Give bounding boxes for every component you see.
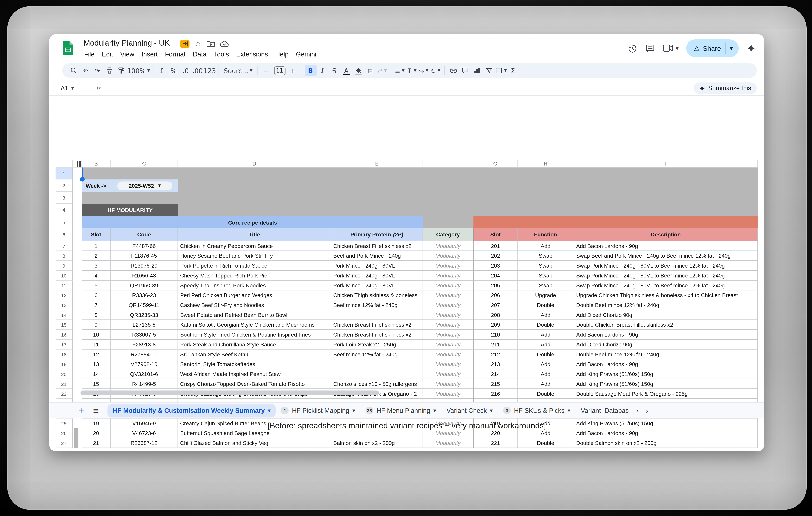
menu-tools[interactable]: Tools <box>210 49 233 60</box>
sheet-tab-hf-skus-picks[interactable]: 3HF SKUs & Picks▼ <box>498 404 576 417</box>
cell-C12[interactable]: R3336-23 <box>111 291 178 300</box>
cell-B16[interactable]: 10 <box>82 330 111 340</box>
share-button[interactable]: ⚠ Share ▼ <box>687 39 738 57</box>
column-header-G[interactable]: G <box>473 160 518 168</box>
gemini-star-icon[interactable] <box>746 43 756 53</box>
cell-G14[interactable]: 208 <box>473 310 518 320</box>
sheet-tab-variant-check[interactable]: Variant Check▼ <box>441 404 498 417</box>
cell-I17[interactable]: Add Diced Chorizo 90g <box>574 340 758 350</box>
text-color-icon[interactable]: A <box>340 65 352 76</box>
cell-F10[interactable]: Modularity <box>423 271 473 280</box>
cell-B15[interactable]: 9 <box>82 320 111 330</box>
cell-E16[interactable]: Chicken Breast Fillet skinless x2 <box>331 330 423 340</box>
cell-E7[interactable]: Chicken Breast Fillet skinless x2 <box>331 241 423 251</box>
cell-E18[interactable]: Beef mince 12% fat - 240g <box>331 350 423 359</box>
cell-G10[interactable]: 204 <box>473 271 518 280</box>
cell-G12[interactable]: 206 <box>473 291 518 300</box>
cell-G13[interactable]: 207 <box>473 300 518 310</box>
cell-I8[interactable]: Swap Beef and Pork Mince - 240g to Beef … <box>574 251 758 261</box>
cell-G27[interactable]: 221 <box>473 438 518 448</box>
shortcut-badge-icon[interactable] <box>180 39 190 48</box>
cell-H7[interactable]: Add <box>518 241 574 251</box>
cell-D11[interactable]: Speedy Thai Inspired Pork Noodles <box>178 280 331 291</box>
all-sheets-button[interactable]: ≡ <box>93 406 99 415</box>
cell-H19[interactable]: Add <box>518 359 574 369</box>
row-header-19[interactable]: 19 <box>56 359 72 369</box>
search-icon[interactable] <box>67 65 80 76</box>
cell-B20[interactable]: 14 <box>82 369 111 379</box>
row-header-15[interactable]: 15 <box>56 320 72 330</box>
cell-C19[interactable]: V27908-10 <box>111 359 178 369</box>
core-recipe-band[interactable]: Core recipe details <box>82 216 423 228</box>
cell-G8[interactable]: 202 <box>473 251 518 261</box>
currency-format-icon[interactable]: £ <box>156 65 168 76</box>
tabs-scroll-left[interactable]: ‹ <box>636 406 639 415</box>
menu-format[interactable]: Format <box>162 49 189 60</box>
row-header-22[interactable]: 22 <box>56 389 72 399</box>
column-header-C[interactable]: C <box>111 160 178 168</box>
cloud-saved-icon[interactable] <box>220 40 229 47</box>
column-header-D[interactable]: D <box>178 160 331 168</box>
cell-B17[interactable]: 11 <box>82 340 111 350</box>
vertical-align-icon[interactable]: ↧▼ <box>406 65 418 76</box>
decrease-font-size-icon[interactable]: − <box>260 65 272 76</box>
meet-icon[interactable]: ▼ <box>663 44 679 53</box>
cell-G18[interactable]: 212 <box>473 350 518 359</box>
borders-icon[interactable]: ⊞ <box>364 65 376 76</box>
add-sheet-button[interactable]: + <box>78 406 84 415</box>
cell-E9[interactable]: Pork Mince - 240g - 80VL <box>331 261 423 271</box>
name-box[interactable]: A1 ▼ <box>49 85 88 91</box>
row-header-27[interactable]: 27 <box>56 438 72 448</box>
cell-F21[interactable]: Modularity <box>423 379 473 389</box>
cell-C7[interactable]: F4487-66 <box>111 241 178 251</box>
row-header-1[interactable]: 1 <box>56 168 72 179</box>
insert-chart-icon[interactable] <box>471 65 483 76</box>
cell-D17[interactable]: Pork Steak and Chorrillana Style Sauce <box>178 340 331 350</box>
week-dropdown-caret-icon[interactable]: ▼ <box>158 184 161 188</box>
cell-G21[interactable]: 215 <box>473 379 518 389</box>
row-header-20[interactable]: 20 <box>56 369 72 379</box>
week-row[interactable]: Week -> 2025-W52 ▼ <box>82 179 178 192</box>
row-header-3[interactable]: 3 <box>56 192 72 204</box>
cell-D21[interactable]: Crispy Chorizo Topped Oven-Baked Tomato … <box>178 379 331 389</box>
cell-G17[interactable]: 211 <box>473 340 518 350</box>
zoom-select[interactable]: 100%▼ <box>127 65 150 76</box>
cell-H14[interactable]: Add <box>518 310 574 320</box>
cell-I15[interactable]: Double Chicken Breast Fillet skinless x2 <box>574 320 758 330</box>
row-header-8[interactable]: 8 <box>56 251 72 261</box>
cell-D27[interactable]: Chilli Glazed Salmon and Sticky Veg <box>178 438 331 448</box>
cell-E27[interactable]: Salmon skin on x2 - 200g <box>331 438 423 448</box>
tabs-scroll-right[interactable]: › <box>645 406 648 415</box>
cell-F8[interactable]: Modularity <box>423 251 473 261</box>
cell-H8[interactable]: Swap <box>518 251 574 261</box>
move-folder-icon[interactable] <box>206 40 215 47</box>
menu-view[interactable]: View <box>117 49 138 60</box>
cell-C20[interactable]: QV32101-6 <box>111 369 178 379</box>
sheet-tab-hf-modularity-customisation-weekly-summary[interactable]: HF Modularity & Customisation Weekly Sum… <box>108 404 276 417</box>
cell-I11[interactable]: Swap Pork Mince - 240g - 80VL to Beef mi… <box>574 280 758 291</box>
row-header-17[interactable]: 17 <box>56 340 72 350</box>
tab-menu-caret-icon[interactable]: ▼ <box>268 408 270 413</box>
header-function[interactable]: Function <box>518 228 574 241</box>
cell-B8[interactable]: 2 <box>82 251 111 261</box>
cell-G7[interactable]: 201 <box>473 241 518 251</box>
merge-cells-icon[interactable]: ⇄▼ <box>376 65 388 76</box>
font-select[interactable]: Sourc...▼ <box>222 65 255 76</box>
cell-F11[interactable]: Modularity <box>423 280 473 291</box>
row-header-12[interactable]: 12 <box>56 291 72 300</box>
variant-band[interactable] <box>473 216 758 228</box>
name-box-caret-icon[interactable]: ▼ <box>71 86 74 90</box>
meet-caret-icon[interactable]: ▼ <box>675 46 679 51</box>
cell-C13[interactable]: QR14599-11 <box>111 300 178 310</box>
cell-I20[interactable]: Add King Prawns (51/60s) 150g <box>574 369 758 379</box>
cell-H22[interactable]: Double <box>518 389 574 399</box>
insert-link-icon[interactable] <box>447 65 459 76</box>
italic-icon[interactable]: I <box>316 65 328 76</box>
cell-H17[interactable]: Add <box>518 340 574 350</box>
cell-D13[interactable]: Cashew Beef Stir-Fry and Noodles <box>178 300 331 310</box>
menu-edit[interactable]: Edit <box>98 49 117 60</box>
row-header-9[interactable]: 9 <box>56 261 72 271</box>
cell-B14[interactable]: 8 <box>82 310 111 320</box>
hidden-column-marker-icon[interactable] <box>77 161 78 167</box>
cell-F20[interactable]: Modularity <box>423 369 473 379</box>
